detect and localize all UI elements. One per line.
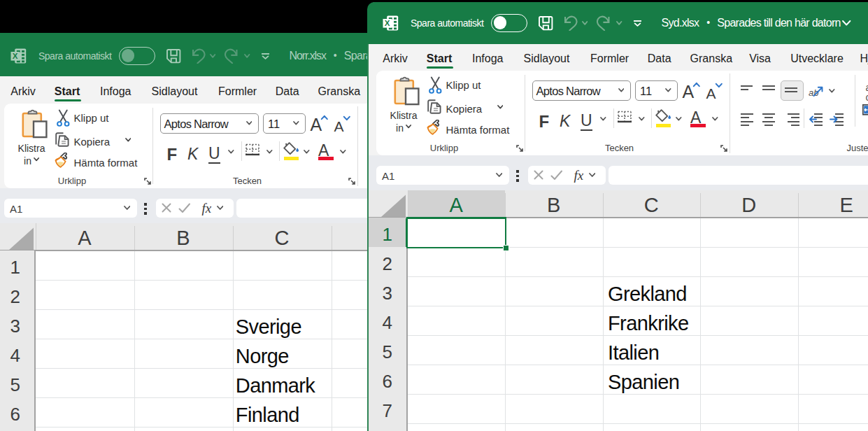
svg-text:X: X: [12, 52, 17, 60]
svg-text:X: X: [384, 19, 390, 27]
